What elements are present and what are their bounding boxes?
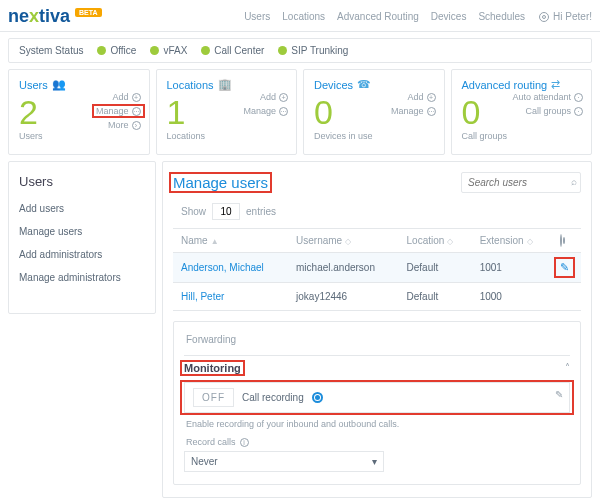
- users-more-link[interactable]: More›: [108, 120, 141, 130]
- locations-count: 1: [167, 95, 186, 129]
- cell-name[interactable]: Anderson, Michael: [173, 253, 288, 283]
- sort-asc-icon: ▲: [211, 237, 219, 246]
- locations-sublabel: Locations: [167, 131, 287, 141]
- status-office[interactable]: Office: [97, 45, 136, 56]
- devices-count: 0: [314, 95, 333, 129]
- cell-extension: 1001: [472, 253, 552, 283]
- nav-users[interactable]: Users: [244, 11, 270, 22]
- cell-username: michael.anderson: [288, 253, 399, 283]
- info-icon[interactable]: i: [240, 438, 249, 447]
- manage-icon: ⋯: [279, 107, 288, 116]
- circle-icon: ·: [574, 93, 583, 102]
- plus-icon: +: [279, 93, 288, 102]
- system-status-label[interactable]: System Status: [19, 45, 83, 56]
- feature-toggle[interactable]: OFF: [193, 388, 234, 407]
- sidebar-item-manage-users[interactable]: Manage users: [19, 226, 145, 237]
- top-nav: Users Locations Advanced Routing Devices…: [244, 11, 525, 22]
- users-add-link[interactable]: Add+: [112, 92, 140, 102]
- status-dot-icon: [150, 46, 159, 55]
- users-count: 2: [19, 95, 38, 129]
- devices-icon: ☎: [357, 78, 371, 91]
- card-devices-title: Devices: [314, 79, 353, 91]
- feature-description: Enable recording of your inbound and out…: [186, 419, 568, 429]
- card-locations: Locations🏢 Add+ Manage⋯ 1 Locations: [156, 69, 298, 155]
- record-calls-label: Record calls i: [186, 437, 568, 447]
- gear-icon: [560, 234, 562, 247]
- cell-name[interactable]: Hill, Peter: [173, 283, 288, 311]
- users-icon: 👥: [52, 78, 66, 91]
- nav-locations[interactable]: Locations: [282, 11, 325, 22]
- entries-input[interactable]: [212, 203, 240, 220]
- cell-extension: 1000: [472, 283, 552, 311]
- col-name[interactable]: Name▲: [173, 229, 288, 253]
- table-row[interactable]: Anderson, Michael michael.anderson Defau…: [173, 253, 581, 283]
- sidebar: Users Add users Manage users Add adminis…: [8, 161, 156, 314]
- edit-row-icon[interactable]: ✎: [560, 261, 569, 273]
- system-status-bar: System Status Office vFAX Call Center SI…: [8, 38, 592, 63]
- chevron-down-icon: ▾: [372, 456, 377, 467]
- nav-schedules[interactable]: Schedules: [478, 11, 525, 22]
- card-devices: Devices☎ Add+ Manage⋯ 0 Devices in use: [303, 69, 445, 155]
- routing-count: 0: [462, 95, 481, 129]
- sidebar-heading: Users: [19, 174, 145, 189]
- col-settings: [552, 229, 581, 253]
- search-icon[interactable]: ⌕: [571, 176, 577, 187]
- sort-icon: ◇: [447, 237, 453, 246]
- status-vfax[interactable]: vFAX: [150, 45, 187, 56]
- record-calls-select[interactable]: Never ▾: [184, 451, 384, 472]
- page-title: Manage users: [173, 174, 268, 191]
- show-label-pre: Show: [181, 206, 206, 217]
- card-advanced-routing: Advanced routing⇄ Auto attendant· Call g…: [451, 69, 593, 155]
- col-location[interactable]: Location◇: [399, 229, 472, 253]
- search-input[interactable]: [461, 172, 581, 193]
- plus-icon: +: [427, 93, 436, 102]
- forwarding-section-header[interactable]: Forwarding: [184, 330, 570, 349]
- devices-add-link[interactable]: Add+: [407, 92, 435, 102]
- devices-sublabel: Devices in use: [314, 131, 434, 141]
- sidebar-item-add-administrators[interactable]: Add administrators: [19, 249, 145, 260]
- sidebar-item-manage-administrators[interactable]: Manage administrators: [19, 272, 145, 283]
- sidebar-item-add-users[interactable]: Add users: [19, 203, 145, 214]
- more-icon: ›: [132, 121, 141, 130]
- routing-auto-attendant-link[interactable]: Auto attendant·: [512, 92, 583, 102]
- status-sip-trunking[interactable]: SIP Trunking: [278, 45, 348, 56]
- feature-panel: Forwarding Monitoring ˄ OFF Call recordi…: [173, 321, 581, 485]
- status-call-center[interactable]: Call Center: [201, 45, 264, 56]
- status-dot-icon: [278, 46, 287, 55]
- cell-location: Default: [399, 283, 472, 311]
- user-greeting[interactable]: Hi Peter!: [539, 11, 592, 22]
- collapse-icon[interactable]: ˄: [565, 362, 570, 373]
- search-box: ⌕: [461, 172, 581, 193]
- plus-icon: +: [132, 93, 141, 102]
- monitoring-section-header[interactable]: Monitoring: [184, 362, 241, 374]
- manage-icon: ⋯: [427, 107, 436, 116]
- card-users-title: Users: [19, 79, 48, 91]
- routing-call-groups-link[interactable]: Call groups·: [525, 106, 583, 116]
- feature-name: Call recording: [242, 392, 304, 403]
- status-dot-icon: [97, 46, 106, 55]
- table-row[interactable]: Hill, Peter jokay12446 Default 1000: [173, 283, 581, 311]
- users-manage-link[interactable]: Manage⋯: [96, 106, 141, 116]
- cell-username: jokay12446: [288, 283, 399, 311]
- locations-manage-link[interactable]: Manage⋯: [243, 106, 288, 116]
- feature-enabled-radio-icon[interactable]: [312, 392, 323, 403]
- gear-icon: [539, 12, 549, 22]
- show-label-post: entries: [246, 206, 276, 217]
- col-extension[interactable]: Extension◇: [472, 229, 552, 253]
- devices-manage-link[interactable]: Manage⋯: [391, 106, 436, 116]
- select-value: Never: [191, 456, 218, 467]
- locations-icon: 🏢: [218, 78, 232, 91]
- card-routing-title: Advanced routing: [462, 79, 548, 91]
- call-recording-row: OFF Call recording ✎: [184, 382, 570, 413]
- sort-icon: ◇: [527, 237, 533, 246]
- col-username[interactable]: Username◇: [288, 229, 399, 253]
- status-dot-icon: [201, 46, 210, 55]
- nav-advanced-routing[interactable]: Advanced Routing: [337, 11, 419, 22]
- locations-add-link[interactable]: Add+: [260, 92, 288, 102]
- edit-feature-icon[interactable]: ✎: [555, 389, 563, 400]
- sort-icon: ◇: [345, 237, 351, 246]
- users-table: Name▲ Username◇ Location◇ Extension◇ And…: [173, 228, 581, 311]
- brand-logo: nextiva BETA: [8, 6, 102, 27]
- nav-devices[interactable]: Devices: [431, 11, 467, 22]
- cell-location: Default: [399, 253, 472, 283]
